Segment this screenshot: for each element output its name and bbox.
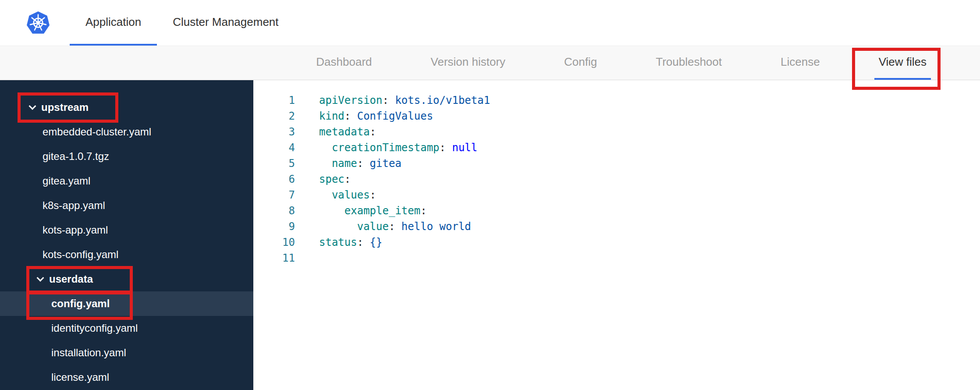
tab-application[interactable]: Application: [70, 0, 157, 46]
subnav-item-license[interactable]: License: [776, 46, 824, 80]
chevron-down-icon: [37, 274, 44, 282]
line-code: value: hello world: [295, 219, 471, 234]
file-kots-config-yaml[interactable]: kots-config.yaml: [0, 242, 253, 267]
tree-item-label: kots-app.yaml: [43, 224, 108, 236]
code-line: 10status: {}: [253, 234, 980, 250]
line-number: 8: [253, 203, 295, 219]
line-number: 1: [253, 92, 295, 108]
file-gitea-yaml[interactable]: gitea.yaml: [0, 169, 253, 193]
tab-cluster-management[interactable]: Cluster Management: [157, 0, 294, 46]
code-line: 1apiVersion: kots.io/v1beta1: [253, 92, 980, 108]
tree-item-label: k8s-app.yaml: [43, 199, 105, 212]
tree-item-label: gitea.yaml: [43, 175, 90, 187]
line-number: 10: [253, 234, 295, 250]
tree-item-label: userdata: [49, 273, 93, 285]
line-code: values:: [295, 187, 376, 203]
tree-item-label: config.yaml: [51, 298, 110, 310]
main-content: upstreamembedded-cluster.yamlgitea-1.0.7…: [0, 80, 980, 390]
subnav-item-version-history[interactable]: Version history: [426, 46, 510, 80]
tree-item-label: identityconfig.yaml: [51, 322, 138, 334]
code-editor[interactable]: 1apiVersion: kots.io/v1beta12kind: Confi…: [253, 80, 980, 390]
line-number: 3: [253, 124, 295, 140]
line-number: 4: [253, 140, 295, 156]
tree-item-label: gitea-1.0.7.tgz: [43, 150, 109, 163]
folder-upstream[interactable]: upstream: [0, 95, 253, 120]
file-identityconfig-yaml[interactable]: identityconfig.yaml: [0, 316, 253, 340]
code-line: 11: [253, 250, 980, 266]
tree-item-label: installation.yaml: [51, 347, 126, 359]
code-line: 8 example_item:: [253, 203, 980, 219]
code-line: 2kind: ConfigValues: [253, 108, 980, 124]
app-tabs: Application Cluster Management: [70, 0, 295, 46]
line-number: 7: [253, 187, 295, 203]
tree-item-label: license.yaml: [51, 371, 109, 383]
file-tree: upstreamembedded-cluster.yamlgitea-1.0.7…: [0, 80, 253, 390]
code-line: 6spec:: [253, 171, 980, 187]
code-line: 9 value: hello world: [253, 219, 980, 234]
line-number: 11: [253, 250, 295, 266]
kubernetes-logo: [26, 0, 50, 46]
editor-lines: 1apiVersion: kots.io/v1beta12kind: Confi…: [253, 92, 980, 266]
line-code: [295, 250, 319, 266]
subnav-item-troubleshoot[interactable]: Troubleshoot: [651, 46, 726, 80]
subnav-item-dashboard[interactable]: Dashboard: [312, 46, 376, 80]
line-number: 5: [253, 156, 295, 171]
kubernetes-helm-wheel-icon: [26, 11, 50, 35]
code-line: 3metadata:: [253, 124, 980, 140]
file-gitea-1-0-7-tgz[interactable]: gitea-1.0.7.tgz: [0, 144, 253, 169]
line-code: name: gitea: [295, 156, 401, 171]
line-code: creationTimestamp: null: [295, 140, 477, 156]
line-code: example_item:: [295, 203, 427, 219]
kots-admin-console: Application Cluster Management Dashboard…: [0, 0, 980, 390]
file-config-yaml[interactable]: config.yaml: [0, 291, 253, 316]
line-code: kind: ConfigValues: [295, 108, 433, 124]
tree-item-label: upstream: [41, 101, 89, 113]
folder-userdata[interactable]: userdata: [0, 267, 253, 291]
line-code: metadata:: [295, 124, 376, 140]
line-number: 9: [253, 219, 295, 234]
code-line: 5 name: gitea: [253, 156, 980, 171]
line-code: status: {}: [295, 234, 383, 250]
file-license-yaml[interactable]: license.yaml: [0, 365, 253, 390]
tree-item-label: embedded-cluster.yaml: [43, 126, 151, 138]
subnav-item-config[interactable]: Config: [560, 46, 601, 80]
line-code: apiVersion: kots.io/v1beta1: [295, 92, 490, 108]
file-k8s-app-yaml[interactable]: k8s-app.yaml: [0, 193, 253, 218]
line-number: 2: [253, 108, 295, 124]
subnav: DashboardVersion historyConfigTroublesho…: [0, 46, 980, 80]
code-line: 4 creationTimestamp: null: [253, 140, 980, 156]
top-header: Application Cluster Management: [0, 0, 980, 46]
line-code: spec:: [295, 171, 351, 187]
file-installation-yaml[interactable]: installation.yaml: [0, 340, 253, 365]
tree-item-label: kots-config.yaml: [43, 248, 118, 261]
chevron-down-icon: [29, 103, 36, 110]
line-number: 6: [253, 171, 295, 187]
file-kots-app-yaml[interactable]: kots-app.yaml: [0, 218, 253, 242]
file-embedded-cluster-yaml[interactable]: embedded-cluster.yaml: [0, 120, 253, 144]
subnav-item-view-files[interactable]: View files: [874, 46, 931, 80]
code-line: 7 values:: [253, 187, 980, 203]
